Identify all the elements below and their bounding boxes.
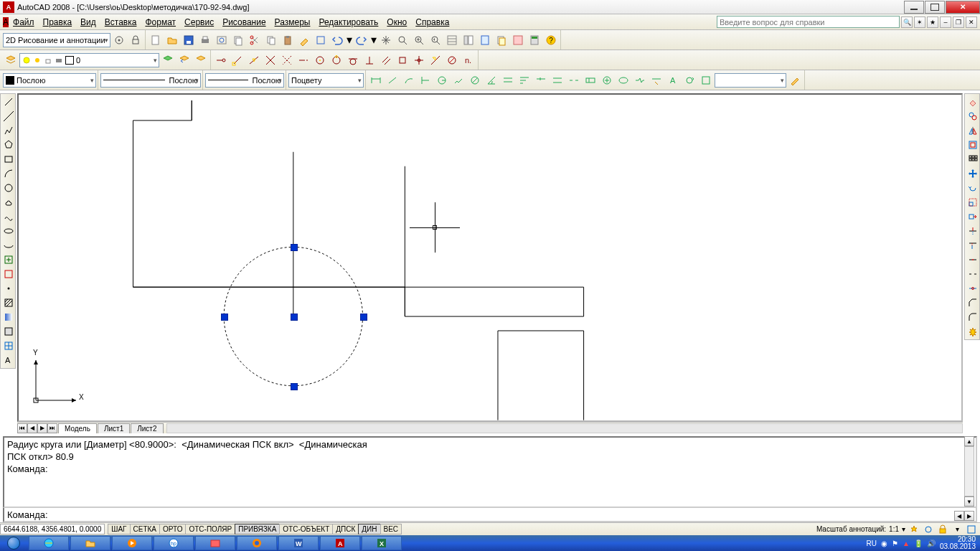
pan-icon[interactable] <box>378 32 394 48</box>
status-lock-icon[interactable] <box>937 524 948 535</box>
snap-insert-icon[interactable] <box>395 52 410 68</box>
workspace-combo[interactable]: 2D Рисование и аннотации <box>3 33 110 47</box>
menu-insert[interactable]: Вставка <box>100 14 141 29</box>
toggle-polar[interactable]: ОТС-ПОЛЯР <box>185 524 235 534</box>
tab-scroll-next-icon[interactable]: ▶ <box>37 423 47 433</box>
snap-parallel-icon[interactable] <box>378 52 394 68</box>
task-photos[interactable] <box>195 536 235 550</box>
toggle-snap[interactable]: ШАГ <box>108 524 130 534</box>
mirror-icon[interactable] <box>966 123 980 138</box>
plot-preview-icon[interactable] <box>214 32 230 48</box>
task-excel[interactable]: X <box>362 536 402 550</box>
center-mark-icon[interactable] <box>599 72 615 88</box>
extend-icon[interactable] <box>966 238 980 253</box>
toggle-ducs[interactable]: ДПСК <box>332 524 359 534</box>
minimize-button[interactable] <box>904 1 924 14</box>
dim-continue-icon[interactable] <box>533 72 549 88</box>
layer-match-icon[interactable] <box>193 52 209 68</box>
dim-jogged-icon[interactable] <box>451 72 466 88</box>
dim-arc-icon[interactable] <box>401 72 417 88</box>
markup-icon[interactable] <box>510 32 526 48</box>
command-history[interactable]: Радиус круга или [Диаметр] <80.9000>: <Д… <box>3 436 977 508</box>
snap-endpoint-icon[interactable] <box>230 52 245 68</box>
tab-layout2[interactable]: Лист2 <box>131 423 163 433</box>
favorites-icon[interactable]: ★ <box>927 17 938 28</box>
coordinates-readout[interactable]: 6644.6188, 4356.4801, 0.0000 <box>0 524 105 534</box>
properties-icon[interactable] <box>444 32 460 48</box>
dim-diameter-icon[interactable] <box>467 72 483 88</box>
break-icon[interactable] <box>966 267 980 281</box>
dim-text-edit-icon[interactable]: A <box>665 72 681 88</box>
zoom-realtime-icon[interactable] <box>395 32 410 48</box>
redo-icon[interactable] <box>354 32 369 48</box>
move-icon[interactable] <box>966 166 980 181</box>
anno-visibility-icon[interactable] <box>908 524 920 535</box>
status-tray-icon[interactable]: ▾ <box>951 524 963 535</box>
clean-screen-icon[interactable] <box>966 524 977 535</box>
menu-modify[interactable]: Редактировать <box>314 14 382 29</box>
lineweight-combo[interactable]: Послою <box>205 73 284 88</box>
snap-settings-icon[interactable]: n. <box>461 52 476 68</box>
stretch-icon[interactable] <box>966 209 980 224</box>
menu-draw[interactable]: Рисование <box>218 14 270 29</box>
dim-style-icon[interactable] <box>698 72 714 88</box>
toggle-dyn[interactable]: ДИН <box>358 524 380 534</box>
tolerance-icon[interactable] <box>583 72 598 88</box>
tool-palettes-icon[interactable] <box>477 32 493 48</box>
toggle-osnap[interactable]: ПРИВЯЗКА <box>235 524 280 534</box>
dim-space-icon[interactable] <box>550 72 565 88</box>
cmd-scroll-up-icon[interactable]: ▲ <box>964 436 974 446</box>
join-icon[interactable] <box>966 281 980 296</box>
cmd-scroll-track[interactable] <box>964 446 974 496</box>
toggle-lwt[interactable]: ВЕС <box>380 524 402 534</box>
menu-edit[interactable]: Правка <box>39 14 77 29</box>
task-firefox[interactable] <box>237 536 277 550</box>
tab-scroll-first-icon[interactable]: ⏮ <box>17 423 27 433</box>
chamfer-icon[interactable] <box>966 296 980 310</box>
tab-model[interactable]: Модель <box>58 423 97 433</box>
print-icon[interactable] <box>197 32 213 48</box>
block-editor-icon[interactable] <box>313 32 329 48</box>
help-icon[interactable]: ? <box>543 32 559 48</box>
dim-radius-icon[interactable] <box>434 72 450 88</box>
mdi-minimize-icon[interactable]: – <box>940 17 951 28</box>
ellipse-arc-icon[interactable] <box>1 238 16 253</box>
dim-jogged-linear-icon[interactable] <box>632 72 648 88</box>
xline-icon[interactable] <box>1 109 16 123</box>
tray-volume-icon[interactable]: 🔊 <box>927 540 936 547</box>
grip-center[interactable] <box>291 314 298 321</box>
table-icon[interactable] <box>1 339 16 353</box>
undo-dropdown-icon[interactable]: ▾ <box>346 32 353 48</box>
dim-edit-icon[interactable] <box>649 72 664 88</box>
dim-style-manager-icon[interactable] <box>787 72 803 88</box>
dim-aligned-icon[interactable] <box>385 72 400 88</box>
annotation-scale-value[interactable]: 1:1 <box>889 525 899 533</box>
toggle-ortho[interactable]: ОРТО <box>159 524 186 534</box>
polyline-icon[interactable] <box>1 123 16 138</box>
layer-properties-icon[interactable] <box>3 52 19 68</box>
command-line[interactable]: Команда: <box>3 508 977 522</box>
grip-east[interactable] <box>360 314 367 321</box>
color-combo[interactable]: Послою <box>3 73 96 88</box>
anno-scale-dropdown-icon[interactable]: ▾ <box>902 525 905 533</box>
dim-ordinate-icon[interactable] <box>418 72 433 88</box>
dim-linear-icon[interactable] <box>368 72 384 88</box>
cmd-hscroll-right-icon[interactable]: ▶ <box>964 511 974 521</box>
undo-icon[interactable] <box>329 32 345 48</box>
zoom-previous-icon[interactable] <box>428 32 443 48</box>
linetype-combo[interactable]: Послою <box>100 73 201 88</box>
mtext-icon[interactable]: A <box>1 353 16 367</box>
hatch-icon[interactable] <box>1 296 16 310</box>
fillet-icon[interactable] <box>966 310 980 324</box>
snap-quadrant-icon[interactable] <box>329 52 344 68</box>
mdi-restore-icon[interactable]: ❐ <box>953 17 964 28</box>
dim-quick-icon[interactable] <box>500 72 516 88</box>
open-icon[interactable] <box>164 32 180 48</box>
task-ie[interactable] <box>29 536 69 550</box>
dim-inspect-icon[interactable] <box>616 72 631 88</box>
task-explorer[interactable] <box>70 536 110 550</box>
snap-intersection-icon[interactable] <box>263 52 278 68</box>
design-center-icon[interactable] <box>461 32 476 48</box>
dim-baseline-icon[interactable] <box>517 72 532 88</box>
rectangle-icon[interactable] <box>1 152 16 166</box>
